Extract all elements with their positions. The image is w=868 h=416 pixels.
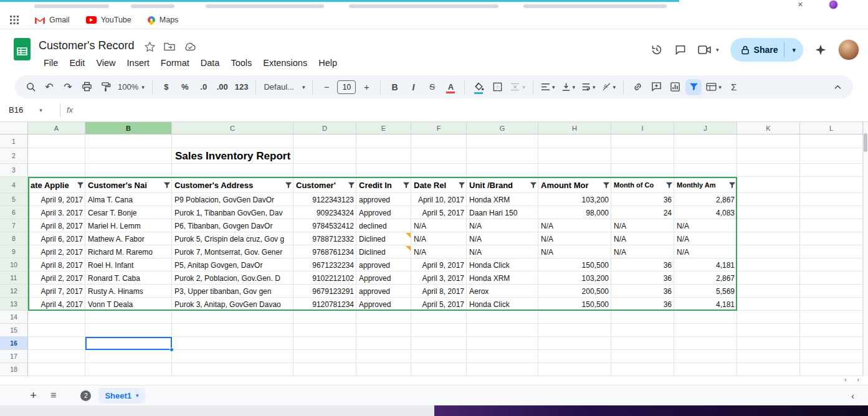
cell-H9[interactable]: N/A (538, 245, 611, 258)
cell-E12[interactable]: approved (356, 285, 411, 298)
italic-button[interactable]: I (405, 79, 421, 95)
cell-I5[interactable]: 36 (611, 193, 674, 206)
row-header-18[interactable]: 18 (0, 363, 28, 376)
cell-I9[interactable]: N/A (611, 245, 674, 258)
column-header-J[interactable]: J (674, 122, 737, 135)
cell-A8[interactable]: April 6, 2017 (28, 232, 85, 245)
version-history-icon[interactable] (651, 44, 663, 56)
cell-F7[interactable]: N/A (411, 219, 467, 232)
header-cell-H4[interactable]: Amount Mor (538, 177, 611, 193)
cell-C5[interactable]: P9 Poblacion, GovGen DavOr (172, 193, 293, 206)
cell-E10[interactable]: approved (356, 258, 411, 272)
cell-F10[interactable]: April 9, 2017 (411, 258, 467, 272)
cell-E6[interactable]: Approved (356, 206, 411, 219)
header-cell-E4[interactable]: Credit In (356, 177, 411, 193)
cell-C7[interactable]: P6, Tibanban, Govgen DavOr (172, 219, 293, 232)
column-header-I[interactable]: I (611, 122, 674, 135)
menu-view[interactable]: View (91, 56, 120, 70)
increase-decimal-button[interactable]: .00 (214, 79, 231, 95)
functions-button[interactable]: Σ (726, 79, 742, 95)
insert-comment-button[interactable] (648, 79, 664, 95)
cell-B13[interactable]: Vonn T Deala (85, 298, 172, 311)
cell-G9[interactable]: N/A (467, 245, 538, 258)
font-size-input[interactable]: 10 (337, 80, 356, 94)
menu-tools[interactable]: Tools (226, 56, 257, 70)
all-sheets-menu-icon[interactable]: ≡ (50, 390, 55, 401)
scroll-right-arrow[interactable]: › (857, 376, 859, 383)
strikethrough-button[interactable]: S (424, 79, 440, 95)
cell-A6[interactable]: April 3. 2017 (28, 206, 85, 219)
row-header-17[interactable]: 17 (0, 350, 28, 363)
cell-E8[interactable]: Diclined (356, 232, 411, 245)
column-header-E[interactable]: E (356, 122, 411, 135)
cell-G11[interactable]: Honda XRM (467, 272, 538, 285)
cell-B11[interactable]: Ronard T. Caba (85, 272, 172, 285)
font-select[interactable]: Defaul... ▾ (262, 79, 307, 95)
decrease-font-size-button[interactable]: − (318, 79, 335, 95)
zoom-select[interactable]: 100% ▾ (116, 79, 146, 95)
row-header-6[interactable]: 6 (0, 206, 28, 219)
header-cell-B4[interactable]: Customer's Nai (85, 177, 172, 193)
cell-D9[interactable]: 9768761234 (293, 245, 356, 258)
filter-funnel-icon[interactable] (665, 182, 673, 189)
cell-H6[interactable]: 98,000 (538, 206, 611, 219)
cell-D13[interactable]: 9120781234 (293, 298, 356, 311)
cell-G8[interactable]: N/A (467, 232, 538, 245)
header-cell-F4[interactable]: Date Rel (411, 177, 467, 193)
cell-G12[interactable]: Aerox (467, 285, 538, 298)
cell-G7[interactable]: N/A (467, 219, 538, 232)
cell-B12[interactable]: Rusty A. Hinams (85, 285, 172, 298)
filter-funnel-icon[interactable] (348, 182, 355, 189)
cell-B10[interactable]: Roel H. Infant (85, 258, 172, 272)
fill-handle[interactable] (169, 347, 174, 352)
cell-H13[interactable]: 150,500 (538, 298, 611, 311)
more-formats-button[interactable]: 123 (233, 79, 250, 95)
redo-icon[interactable]: ↷ (60, 79, 76, 95)
collapse-toolbar-icon[interactable] (829, 79, 846, 95)
menu-extensions[interactable]: Extensions (258, 56, 312, 70)
print-icon[interactable] (79, 79, 95, 95)
cell-I6[interactable]: 24 (611, 206, 674, 219)
user-avatar[interactable] (838, 39, 859, 60)
column-header-G[interactable]: G (467, 122, 538, 135)
bookmark-maps[interactable]: Maps (148, 16, 179, 24)
star-icon[interactable] (145, 42, 155, 52)
comment-history-icon[interactable] (674, 44, 687, 56)
cell-I12[interactable]: 36 (611, 285, 674, 298)
cell-J13[interactable]: 4,181 (674, 298, 737, 311)
cell-J9[interactable]: N/A (674, 245, 737, 258)
header-cell-I4[interactable]: Month of Co (611, 177, 674, 193)
cell-A7[interactable]: April 8, 2017 (28, 219, 85, 232)
row-header-11[interactable]: 11 (0, 272, 28, 285)
filter-funnel-icon[interactable] (285, 182, 292, 189)
cell-J7[interactable]: N/A (674, 219, 737, 232)
cell-I10[interactable]: 36 (611, 258, 674, 272)
bold-button[interactable]: B (386, 79, 403, 95)
move-folder-icon[interactable] (164, 42, 175, 51)
header-cell-G4[interactable]: Unit /Brand (467, 177, 538, 193)
share-button[interactable]: Share ▾ (730, 38, 803, 62)
cell-D12[interactable]: 9679123291 (293, 285, 356, 298)
cell-B7[interactable]: Mariel H. Lemm (85, 219, 172, 232)
cell-F11[interactable]: April 3, 2017 (411, 272, 467, 285)
column-header-B[interactable]: B (85, 122, 172, 135)
filter-funnel-icon[interactable] (403, 182, 410, 189)
cell-I11[interactable]: 36 (611, 272, 674, 285)
cell-F9[interactable]: N/A (411, 245, 467, 258)
row-header-16[interactable]: 16 (0, 337, 28, 350)
format-percent-button[interactable]: % (177, 79, 193, 95)
filter-funnel-icon[interactable] (77, 182, 84, 189)
row-header-15[interactable]: 15 (0, 324, 28, 337)
header-cell-C4[interactable]: Customer's Address (172, 177, 293, 193)
row-header-8[interactable]: 8 (0, 232, 28, 245)
row-header-10[interactable]: 10 (0, 258, 28, 272)
sheets-logo-icon[interactable] (14, 38, 31, 60)
cell-C10[interactable]: P5, Anitap Govgen, DavOr (172, 258, 293, 272)
cell-J11[interactable]: 2,867 (674, 272, 737, 285)
cell-B8[interactable]: Mathew A. Fabor (85, 232, 172, 245)
row-header-3[interactable]: 3 (0, 164, 28, 177)
cell-G13[interactable]: Honda Click (467, 298, 538, 311)
cell-C13[interactable]: Purok 3, Anitap, GovGen Davao (172, 298, 293, 311)
insert-chart-button[interactable] (667, 79, 683, 95)
row-header-2[interactable]: 2 (0, 148, 28, 164)
